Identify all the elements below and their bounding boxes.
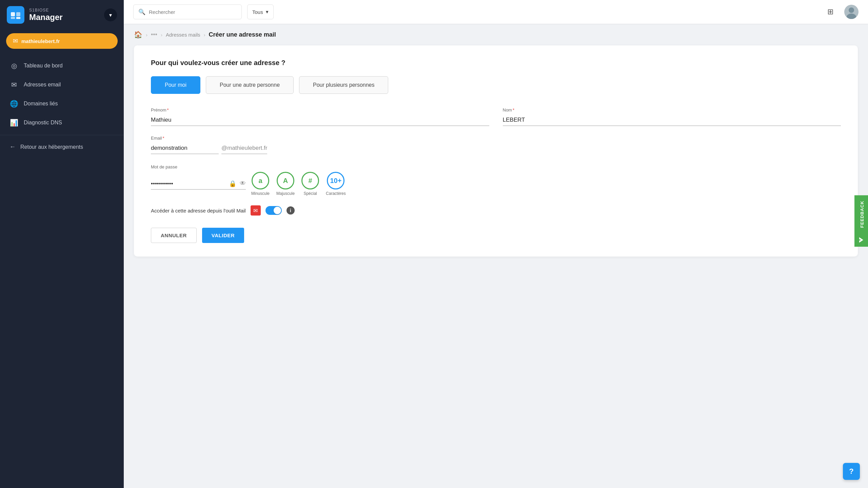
validate-button[interactable]: VALIDER <box>202 228 244 243</box>
feedback-sidebar: FEEDBACK <box>854 195 868 247</box>
filter-label: Tous <box>252 9 263 15</box>
email-icon: ✉ <box>9 81 18 89</box>
form-question: Pour qui voulez-vous créer une adresse ? <box>151 59 841 67</box>
password-lock-icon[interactable]: 🔒 <box>229 180 236 187</box>
password-label: Mot de passe <box>151 164 177 169</box>
domain-icon: 🌐 <box>9 100 18 108</box>
sidebar-item-label: Adresses email <box>24 82 61 88</box>
mail-access-label: Accéder à cette adresse depuis l'outil M… <box>151 208 246 214</box>
breadcrumb-section[interactable]: Adresses mails <box>166 32 200 38</box>
strength-majuscule: A Majuscule <box>276 172 295 196</box>
sidebar-item-adresses-email[interactable]: ✉ Adresses email <box>0 75 124 94</box>
toggle-switch[interactable] <box>265 206 282 215</box>
mail-access-row: Accéder à cette adresse depuis l'outil M… <box>151 205 841 216</box>
recipient-pour-autre[interactable]: Pour une autre personne <box>206 76 294 94</box>
home-breadcrumb[interactable]: 🏠 <box>134 30 142 39</box>
recipient-pour-plusieurs[interactable]: Pour plusieurs personnes <box>299 76 388 94</box>
sidebar-divider <box>0 135 124 135</box>
nom-input[interactable] <box>503 115 841 126</box>
sidebar-dropdown-button[interactable]: ▾ <box>104 8 117 21</box>
password-strength: a Minuscule A Majuscule # Spécial 10+ <box>251 172 346 196</box>
sidebar: S1BIOSE Manager ▾ ✉ mathieulebert.fr ◎ T… <box>0 0 124 488</box>
cancel-button[interactable]: ANNULER <box>151 228 197 243</box>
svg-point-5 <box>849 7 854 13</box>
password-section: Mot de passe 🔒 👁 a Minuscule A <box>151 164 841 196</box>
special-circle: # <box>301 172 319 189</box>
email-domain: @mathieulebert.fr <box>221 143 267 154</box>
sidebar-item-label: Domaines liés <box>24 101 58 107</box>
sidebar-item-tableau-de-bord[interactable]: ◎ Tableau de bord <box>0 56 124 75</box>
search-input[interactable] <box>149 9 237 15</box>
main-content: 🔍 Tous ▾ ⊞ 🏠 › ••• › Adresses mails › Cr… <box>124 0 868 488</box>
breadcrumb-sep-2: › <box>161 32 162 38</box>
account-icon: ✉ <box>13 37 18 45</box>
topbar: 🔍 Tous ▾ ⊞ <box>124 0 868 24</box>
prenom-label: Prénom* <box>151 107 489 113</box>
feedback-button[interactable]: FEEDBACK <box>854 195 868 233</box>
back-arrow-icon: ← <box>9 143 16 150</box>
breadcrumb-sep-1: › <box>146 32 147 38</box>
dashboard-icon: ◎ <box>9 62 18 70</box>
search-box: 🔍 <box>133 4 242 19</box>
search-icon: 🔍 <box>138 8 145 16</box>
name-row: Prénom* Nom* <box>151 107 841 126</box>
account-label: mathieulebert.fr <box>21 38 60 44</box>
password-input[interactable] <box>151 178 225 189</box>
sidebar-account-button[interactable]: ✉ mathieulebert.fr <box>6 33 118 49</box>
svg-rect-2 <box>11 17 15 19</box>
filter-dropdown[interactable]: Tous ▾ <box>247 4 274 19</box>
svg-rect-3 <box>16 17 20 19</box>
svg-rect-0 <box>11 12 15 16</box>
sidebar-item-label: Diagnostic DNS <box>24 120 62 126</box>
email-input[interactable] <box>151 143 219 154</box>
help-button[interactable]: ? <box>843 463 860 480</box>
password-input-wrap: 🔒 👁 <box>151 178 246 190</box>
majuscule-label: Majuscule <box>276 191 295 196</box>
sidebar-nav: ◎ Tableau de bord ✉ Adresses email 🌐 Dom… <box>0 56 124 159</box>
strength-caracteres: 10+ Caractères <box>326 172 346 196</box>
recipient-buttons: Pour moi Pour une autre personne Pour pl… <box>151 76 841 94</box>
sidebar-logo <box>7 6 24 24</box>
minuscule-circle: a <box>252 172 269 189</box>
strength-special: # Spécial <box>301 172 319 196</box>
majuscule-circle: A <box>277 172 294 189</box>
sidebar-item-domaines-lies[interactable]: 🌐 Domaines liés <box>0 94 124 113</box>
sidebar-brand: S1BIOSE <box>29 8 99 13</box>
breadcrumb-sep-3: › <box>204 32 205 38</box>
mail-access-toggle[interactable] <box>265 206 282 215</box>
info-icon[interactable]: i <box>287 206 295 215</box>
svg-rect-1 <box>16 12 20 16</box>
grid-icon[interactable]: ⊞ <box>827 7 833 16</box>
filter-chevron-icon: ▾ <box>266 9 269 15</box>
email-spacer <box>503 136 841 154</box>
prenom-group: Prénom* <box>151 107 489 126</box>
sidebar-app-title: Manager <box>29 13 99 22</box>
sidebar-item-diagnostic-dns[interactable]: 📊 Diagnostic DNS <box>0 113 124 132</box>
breadcrumb: 🏠 › ••• › Adresses mails › Créer une adr… <box>124 24 868 45</box>
action-buttons: ANNULER VALIDER <box>151 228 841 243</box>
email-group: Email* @mathieulebert.fr <box>151 136 489 154</box>
minuscule-label: Minuscule <box>251 191 270 196</box>
sidebar-title-area: S1BIOSE Manager <box>29 8 99 22</box>
breadcrumb-dots[interactable]: ••• <box>151 31 157 38</box>
sidebar-back-button[interactable]: ← Retour aux hébergements <box>0 138 124 156</box>
email-row: Email* @mathieulebert.fr <box>151 136 841 154</box>
mail-tool-icon: ✉ <box>251 205 261 216</box>
email-input-row: @mathieulebert.fr <box>151 143 489 154</box>
user-avatar[interactable] <box>844 5 859 19</box>
feedback-cursor <box>854 233 868 247</box>
password-eye-icon[interactable]: 👁 <box>240 180 246 187</box>
form-card: Pour qui voulez-vous créer une adresse ?… <box>134 45 858 257</box>
breadcrumb-current: Créer une adresse mail <box>209 31 276 38</box>
nom-group: Nom* <box>503 107 841 126</box>
special-label: Spécial <box>303 191 317 196</box>
toggle-knob <box>274 207 281 214</box>
nom-label: Nom* <box>503 107 841 113</box>
caracteres-circle: 10+ <box>327 172 344 189</box>
prenom-input[interactable] <box>151 115 489 126</box>
strength-minuscule: a Minuscule <box>251 172 270 196</box>
content-area: 🏠 › ••• › Adresses mails › Créer une adr… <box>124 24 868 488</box>
recipient-pour-moi[interactable]: Pour moi <box>151 76 200 94</box>
sidebar-item-label: Tableau de bord <box>24 63 63 69</box>
back-label: Retour aux hébergements <box>20 144 83 150</box>
